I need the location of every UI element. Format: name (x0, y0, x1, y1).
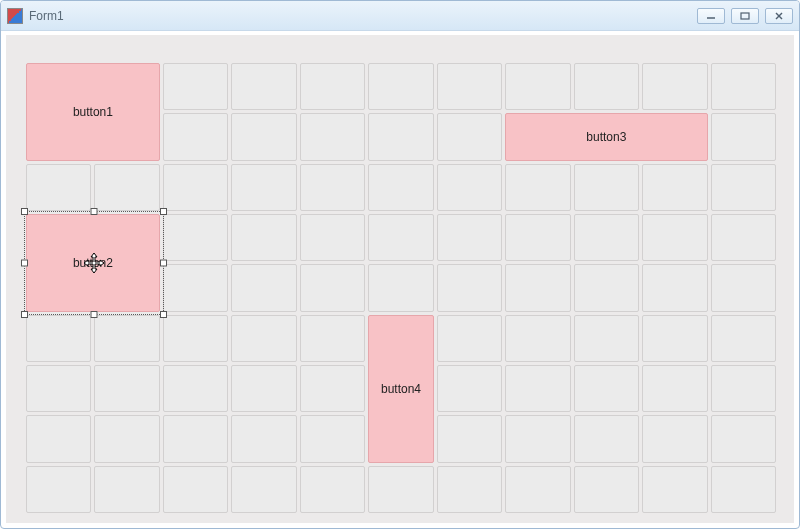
grid-cell[interactable] (368, 264, 433, 311)
grid-cell[interactable] (574, 264, 639, 311)
grid-cell[interactable] (437, 466, 502, 513)
grid-cell[interactable] (711, 63, 776, 110)
grid-cell[interactable] (437, 63, 502, 110)
grid-cell[interactable] (505, 415, 570, 462)
grid-cell[interactable] (94, 315, 159, 362)
grid-cell[interactable] (300, 466, 365, 513)
grid-cell[interactable] (711, 466, 776, 513)
grid-cell[interactable] (642, 466, 707, 513)
grid-cell[interactable] (505, 264, 570, 311)
grid-cell[interactable] (163, 315, 228, 362)
grid-cell[interactable] (574, 365, 639, 412)
grid-cell[interactable] (642, 365, 707, 412)
grid-cell[interactable] (574, 466, 639, 513)
grid-cell[interactable] (231, 365, 296, 412)
grid-cell[interactable] (368, 63, 433, 110)
tablelayoutpanel[interactable]: button1button2button3button4 (26, 63, 776, 513)
grid-cell[interactable] (231, 415, 296, 462)
grid-cell[interactable] (26, 415, 91, 462)
grid-cell[interactable] (505, 214, 570, 261)
b4-button[interactable]: button4 (368, 315, 433, 463)
grid-cell[interactable] (437, 264, 502, 311)
grid-cell[interactable] (711, 214, 776, 261)
grid-cell[interactable] (300, 264, 365, 311)
grid-cell[interactable] (642, 264, 707, 311)
grid-cell[interactable] (437, 415, 502, 462)
grid-cell[interactable] (163, 63, 228, 110)
grid-cell[interactable] (368, 214, 433, 261)
grid-cell[interactable] (300, 164, 365, 211)
grid-cell[interactable] (163, 214, 228, 261)
grid-cell[interactable] (300, 63, 365, 110)
grid-cell[interactable] (368, 113, 433, 160)
grid-cell[interactable] (26, 466, 91, 513)
grid-cell[interactable] (642, 315, 707, 362)
grid-cell[interactable] (231, 264, 296, 311)
grid-cell[interactable] (94, 164, 159, 211)
grid-cell[interactable] (26, 365, 91, 412)
grid-cell[interactable] (574, 63, 639, 110)
grid-cell[interactable] (437, 113, 502, 160)
titlebar[interactable]: Form1 (1, 1, 799, 31)
grid-cell[interactable] (300, 214, 365, 261)
grid-cell[interactable] (163, 264, 228, 311)
grid-cell[interactable] (300, 315, 365, 362)
grid-cell[interactable] (711, 113, 776, 160)
grid-cell[interactable] (574, 164, 639, 211)
grid-cell[interactable] (437, 315, 502, 362)
grid-cell[interactable] (231, 315, 296, 362)
grid-cell[interactable] (642, 164, 707, 211)
grid-cell[interactable] (711, 264, 776, 311)
minimize-button[interactable] (697, 8, 725, 24)
grid-cell[interactable] (300, 113, 365, 160)
grid-cell[interactable] (505, 365, 570, 412)
grid-cell[interactable] (163, 365, 228, 412)
grid-cell[interactable] (231, 214, 296, 261)
grid-cell[interactable] (642, 415, 707, 462)
b1-button[interactable]: button1 (26, 63, 160, 161)
grid-cell[interactable] (26, 315, 91, 362)
grid-cell[interactable] (231, 63, 296, 110)
grid-cell[interactable] (711, 164, 776, 211)
maximize-button[interactable] (731, 8, 759, 24)
grid-cell[interactable] (94, 466, 159, 513)
form-window: Form1 button1button2button3button4 (0, 0, 800, 529)
b3-button[interactable]: button3 (505, 113, 707, 160)
grid-cell[interactable] (711, 365, 776, 412)
grid-cell[interactable] (437, 214, 502, 261)
grid-cell[interactable] (574, 315, 639, 362)
grid-cell[interactable] (505, 315, 570, 362)
grid-cell[interactable] (574, 415, 639, 462)
grid-cell[interactable] (26, 164, 91, 211)
grid-cell[interactable] (505, 63, 570, 110)
grid-cell[interactable] (642, 214, 707, 261)
grid-cell[interactable] (163, 113, 228, 160)
svg-rect-1 (741, 13, 749, 19)
grid-cell[interactable] (574, 214, 639, 261)
grid-cell[interactable] (300, 415, 365, 462)
grid-cell[interactable] (163, 415, 228, 462)
grid-cell[interactable] (505, 466, 570, 513)
close-icon (774, 12, 784, 20)
grid-cell[interactable] (505, 164, 570, 211)
grid-cell[interactable] (94, 415, 159, 462)
grid-cell[interactable] (368, 164, 433, 211)
grid-cell[interactable] (437, 365, 502, 412)
close-button[interactable] (765, 8, 793, 24)
grid-cell[interactable] (231, 466, 296, 513)
grid-cell[interactable] (642, 63, 707, 110)
b2-button[interactable]: button2 (26, 214, 160, 312)
grid-cell[interactable] (300, 365, 365, 412)
grid-cell[interactable] (94, 365, 159, 412)
grid-cell[interactable] (711, 315, 776, 362)
grid-cell[interactable] (163, 466, 228, 513)
grid-cell[interactable] (711, 415, 776, 462)
maximize-icon (740, 12, 750, 20)
window-buttons (697, 8, 793, 24)
minimize-icon (706, 12, 716, 20)
grid-cell[interactable] (231, 113, 296, 160)
grid-cell[interactable] (163, 164, 228, 211)
grid-cell[interactable] (368, 466, 433, 513)
grid-cell[interactable] (231, 164, 296, 211)
grid-cell[interactable] (437, 164, 502, 211)
